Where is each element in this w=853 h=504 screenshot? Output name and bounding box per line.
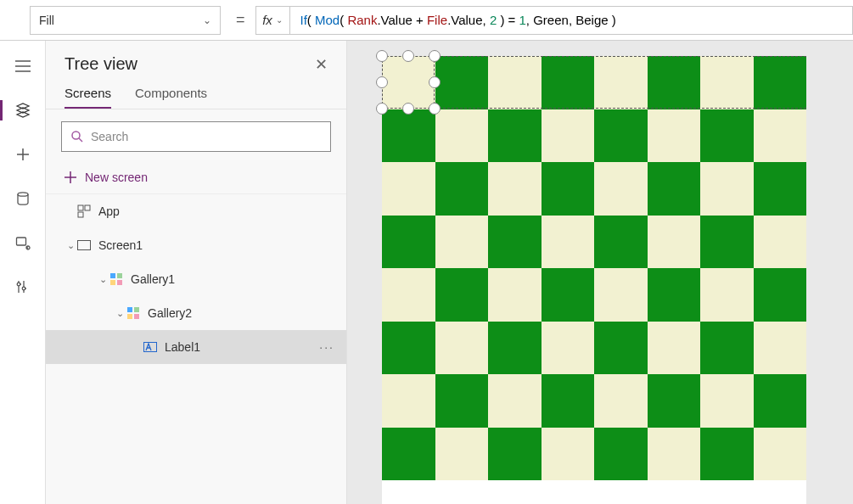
board-square[interactable] [648, 428, 701, 481]
insert-icon[interactable] [9, 141, 36, 168]
board-square[interactable] [382, 162, 435, 216]
board-square[interactable] [542, 322, 595, 375]
board-square[interactable] [542, 109, 595, 163]
board-square[interactable] [754, 374, 807, 428]
tree-item-gallery2[interactable]: ⌄ Gallery2 [46, 296, 346, 330]
board-square[interactable] [754, 109, 807, 163]
fx-button[interactable]: fx ⌄ [255, 6, 289, 35]
board-square[interactable] [542, 374, 595, 428]
board-square[interactable] [488, 322, 542, 375]
board-square[interactable] [488, 374, 542, 428]
tree-item-app[interactable]: App [46, 194, 346, 228]
board-square[interactable] [594, 268, 648, 322]
data-icon[interactable] [9, 185, 36, 212]
svg-rect-16 [134, 314, 139, 319]
board-square[interactable] [594, 374, 648, 428]
board-square[interactable] [435, 268, 489, 322]
board-square[interactable] [648, 162, 701, 216]
board-square[interactable] [700, 162, 754, 216]
tab-screens[interactable]: Screens [65, 86, 111, 109]
canvas[interactable] [382, 56, 806, 504]
tree-label: App [98, 204, 120, 218]
board-square[interactable] [542, 56, 595, 109]
resize-handle[interactable] [376, 50, 388, 62]
board-square[interactable] [594, 162, 648, 216]
search-input[interactable]: Search [61, 121, 331, 152]
board-square[interactable] [488, 428, 542, 481]
board-square[interactable] [542, 216, 595, 269]
board-square[interactable] [435, 322, 489, 375]
board-square[interactable] [700, 109, 754, 163]
board-square[interactable] [382, 109, 435, 163]
board-square[interactable] [382, 322, 435, 375]
board-square[interactable] [435, 374, 489, 428]
board-square[interactable] [488, 162, 542, 216]
resize-handle[interactable] [429, 103, 441, 115]
more-options-button[interactable]: ··· [319, 340, 334, 354]
tree-view-icon[interactable] [9, 97, 36, 124]
tab-components[interactable]: Components [135, 86, 207, 109]
board-square[interactable] [700, 374, 754, 428]
board-square[interactable] [435, 428, 489, 481]
chevron-down-icon[interactable]: ⌄ [97, 274, 109, 285]
board-square[interactable] [700, 216, 754, 269]
board-square[interactable] [382, 428, 435, 481]
hamburger-icon[interactable] [9, 53, 36, 80]
board-square[interactable] [754, 428, 807, 481]
board-square[interactable] [648, 268, 701, 322]
media-icon[interactable] [9, 229, 36, 256]
board-square[interactable] [594, 428, 648, 481]
board-square[interactable] [754, 56, 807, 109]
board-square[interactable] [382, 268, 435, 322]
tree-item-gallery1[interactable]: ⌄ Gallery1 [46, 262, 346, 296]
close-panel-button[interactable]: ✕ [315, 55, 328, 74]
board-square[interactable] [542, 268, 595, 322]
tree-view-panel: Tree view ✕ Screens Components Search Ne… [46, 41, 347, 504]
board-square[interactable] [648, 56, 701, 109]
tools-icon[interactable] [9, 273, 36, 300]
board-square[interactable] [488, 109, 542, 163]
board-square[interactable] [754, 162, 807, 216]
new-screen-button[interactable]: New screen [46, 160, 346, 194]
resize-handle[interactable] [402, 50, 414, 62]
board-square[interactable] [754, 216, 807, 269]
board-square[interactable] [382, 216, 435, 269]
property-selector[interactable]: Fill ⌄ [30, 6, 221, 35]
board-square[interactable] [435, 109, 489, 163]
chevron-down-icon[interactable]: ⌄ [114, 308, 126, 319]
board-square[interactable] [594, 216, 648, 269]
board-square[interactable] [648, 374, 701, 428]
board-square[interactable] [488, 56, 542, 109]
chevron-down-icon[interactable]: ⌄ [65, 240, 76, 251]
board-square[interactable] [382, 374, 435, 428]
board-square[interactable] [542, 428, 595, 481]
board-square[interactable] [435, 216, 489, 269]
board-square[interactable] [700, 268, 754, 322]
board-square[interactable] [542, 162, 595, 216]
svg-rect-7 [78, 212, 83, 217]
tree-item-label1[interactable]: Label1 ··· [46, 330, 346, 364]
board-square[interactable] [594, 322, 648, 375]
resize-handle[interactable] [376, 103, 388, 115]
board-square[interactable] [754, 322, 807, 375]
resize-handle[interactable] [376, 76, 388, 88]
board-square[interactable] [754, 268, 807, 322]
resize-handle[interactable] [402, 103, 414, 115]
board-square[interactable] [700, 56, 754, 109]
resize-handle[interactable] [429, 50, 441, 62]
board-square[interactable] [700, 322, 754, 375]
board-square[interactable] [435, 56, 489, 109]
board-square[interactable] [382, 56, 435, 109]
board-square[interactable] [488, 216, 542, 269]
resize-handle[interactable] [429, 76, 441, 88]
board-square[interactable] [648, 322, 701, 375]
board-square[interactable] [648, 109, 701, 163]
board-square[interactable] [488, 268, 542, 322]
board-square[interactable] [648, 216, 701, 269]
board-square[interactable] [594, 56, 648, 109]
board-square[interactable] [594, 109, 648, 163]
formula-input[interactable]: If( Mod( Rank.Value + File.Value, 2 ) = … [289, 6, 853, 35]
board-square[interactable] [700, 428, 754, 481]
tree-item-screen1[interactable]: ⌄ Screen1 [46, 228, 346, 262]
board-square[interactable] [435, 162, 489, 216]
